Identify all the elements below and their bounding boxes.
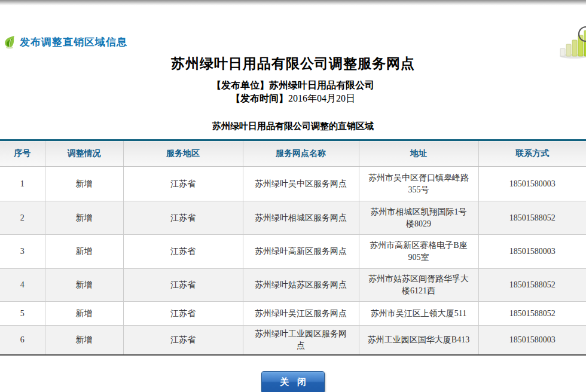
cell-adjust-type: 新增: [45, 326, 123, 356]
cell-site-name: 苏州绿叶工业园区服务网点: [243, 326, 359, 356]
cell-phone: 18501588052: [478, 302, 586, 326]
cell-adjust-type: 新增: [45, 235, 123, 269]
cell-site-name: 苏州绿叶相城区服务网点: [243, 201, 359, 235]
cell-address: 苏州市高新区赛格电子B座905室: [359, 235, 478, 269]
cell-adjust-type: 新增: [45, 201, 123, 235]
cell-address: 苏州市吴江区上领大厦511: [359, 302, 478, 326]
cell-site-name: 苏州绿叶高新区服务网点: [243, 235, 359, 269]
cell-service-area: 江苏省: [123, 326, 243, 356]
column-header-adjust-type: 调整情况: [45, 140, 123, 167]
cell-phone: 18501580003: [478, 235, 586, 269]
cell-seq: 3: [0, 235, 45, 269]
button-row: 关 闭: [0, 371, 586, 392]
cell-service-area: 江苏省: [123, 201, 243, 235]
table-header-row: 序号调整情况服务地区服务网点名称地址联系方式: [0, 140, 586, 167]
cell-phone: 18501588052: [478, 201, 586, 235]
column-header-seq: 序号: [0, 140, 45, 167]
column-header-site-name: 服务网点名称: [243, 140, 359, 167]
direct-sales-region-table: 序号调整情况服务地区服务网点名称地址联系方式 1新增江苏省苏州绿叶吴中区服务网点…: [0, 139, 586, 356]
cell-phone: 18501588052: [478, 269, 586, 302]
announcement-title: 苏州绿叶日用品有限公司调整服务网点: [0, 54, 586, 73]
cell-service-area: 江苏省: [123, 269, 243, 302]
table-row: 4新增江苏省苏州绿叶姑苏区服务网点苏州市姑苏区阊胥路华孚大楼6121西18501…: [0, 269, 586, 302]
cell-site-name: 苏州绿叶姑苏区服务网点: [243, 269, 359, 302]
cell-phone: 18501580003: [478, 167, 586, 201]
top-gradient-bar: [0, 0, 586, 5]
cell-address: 苏州市姑苏区阊胥路华孚大楼6121西: [359, 269, 478, 302]
column-header-phone: 联系方式: [478, 140, 586, 167]
table-row: 3新增江苏省苏州绿叶高新区服务网点苏州市高新区赛格电子B座905室1850158…: [0, 235, 586, 269]
close-button[interactable]: 关 闭: [261, 371, 325, 392]
leaf-icon: [3, 35, 16, 49]
cell-address: 苏州市吴中区胥口镇皋峰路355号: [359, 167, 478, 201]
publish-date-label: 【发布时间】: [231, 93, 288, 103]
column-header-address: 地址: [359, 140, 478, 167]
page-title: 发布调整直销区域信息: [20, 35, 127, 49]
cell-adjust-type: 新增: [45, 167, 123, 201]
table-row: 6新增江苏省苏州绿叶工业园区服务网点苏州工业园区国华大厦B41318501580…: [0, 326, 586, 356]
cell-seq: 4: [0, 269, 45, 302]
cell-adjust-type: 新增: [45, 302, 123, 326]
cell-phone: 18501580003: [478, 326, 586, 356]
bar-chart-magnifier-icon: [558, 26, 586, 60]
table-row: 5新增江苏省苏州绿叶吴江区服务网点苏州市吴江区上领大厦5111850158805…: [0, 302, 586, 326]
cell-service-area: 江苏省: [123, 302, 243, 326]
cell-address: 苏州工业园区国华大厦B413: [359, 326, 478, 356]
page-header: 发布调整直销区域信息: [0, 33, 586, 51]
cell-seq: 6: [0, 326, 45, 356]
table-row: 1新增江苏省苏州绿叶吴中区服务网点苏州市吴中区胥口镇皋峰路355号1850158…: [0, 167, 586, 201]
table-row: 2新增江苏省苏州绿叶相城区服务网点苏州市相城区凯翔国际1号楼8029185015…: [0, 201, 586, 235]
cell-adjust-type: 新增: [45, 269, 123, 302]
cell-seq: 2: [0, 201, 45, 235]
cell-seq: 5: [0, 302, 45, 326]
publisher-label: 【发布单位】: [212, 80, 269, 90]
cell-address: 苏州市相城区凯翔国际1号楼8029: [359, 201, 478, 235]
cell-site-name: 苏州绿叶吴中区服务网点: [243, 167, 359, 201]
cell-service-area: 江苏省: [123, 167, 243, 201]
cell-service-area: 江苏省: [123, 235, 243, 269]
publisher-value: 苏州绿叶日用品有限公司: [269, 80, 374, 90]
publish-date-line: 【发布时间】2016年04月20日: [0, 92, 586, 105]
announcement: 苏州绿叶日用品有限公司调整服务网点 【发布单位】苏州绿叶日用品有限公司 【发布时…: [0, 54, 586, 105]
cell-seq: 1: [0, 167, 45, 201]
table-title: 苏州绿叶日用品有限公司调整的直销区域: [0, 121, 586, 132]
publish-date-value: 2016年04月20日: [288, 93, 355, 103]
cell-site-name: 苏州绿叶吴江区服务网点: [243, 302, 359, 326]
table-body: 1新增江苏省苏州绿叶吴中区服务网点苏州市吴中区胥口镇皋峰路355号1850158…: [0, 167, 586, 356]
column-header-service-area: 服务地区: [123, 140, 243, 167]
publisher-line: 【发布单位】苏州绿叶日用品有限公司: [0, 79, 586, 92]
